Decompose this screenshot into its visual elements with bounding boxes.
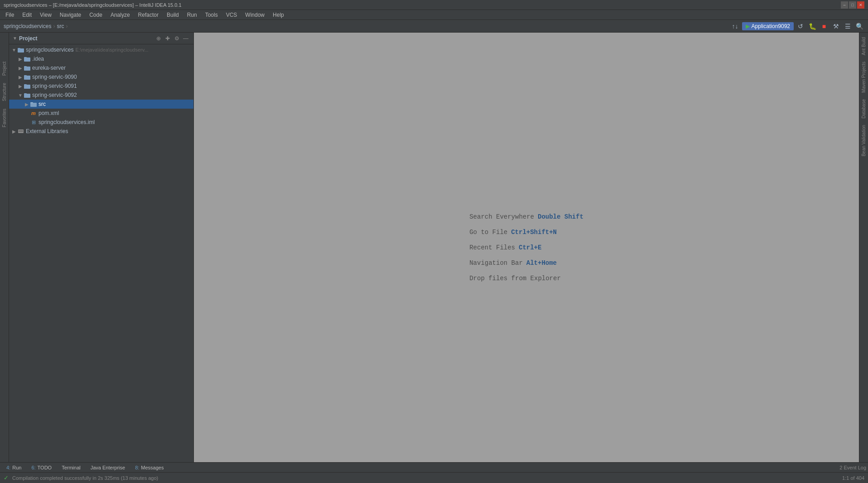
bottom-toolbar: 4:Run6:TODOTerminalJava Enterprise8:Mess… bbox=[0, 462, 868, 472]
right-tab-bean-validation[interactable]: Bean Validation bbox=[860, 122, 867, 159]
search-everywhere-icon[interactable]: 🔍 bbox=[854, 21, 864, 31]
nav-bar: springcloudservices › src › ↑↓ ▶ Applica… bbox=[0, 20, 868, 33]
close-button[interactable]: ✕ bbox=[857, 1, 864, 9]
tree-item-pom[interactable]: mpom.xml bbox=[9, 109, 193, 118]
project-dropdown-icon[interactable]: ▼ bbox=[13, 36, 17, 41]
svg-rect-9 bbox=[24, 84, 27, 85]
hint-container: Search EverywhereDouble ShiftGo to FileC… bbox=[469, 213, 583, 282]
event-log[interactable]: 2 Event Log bbox=[839, 465, 866, 470]
tree-arrow-root[interactable]: ▼ bbox=[11, 48, 17, 53]
tree-item-src[interactable]: ▶src bbox=[9, 100, 193, 109]
bottom-tab-run[interactable]: 4:Run bbox=[2, 464, 26, 471]
menu-item-build[interactable]: Build bbox=[163, 11, 183, 19]
bottom-tab-todo[interactable]: 6:TODO bbox=[27, 464, 56, 471]
vtab-favorites[interactable]: Favorites bbox=[1, 107, 8, 129]
run-config[interactable]: ▶ Application9092 bbox=[742, 22, 794, 30]
menu-item-run[interactable]: Run bbox=[183, 11, 201, 19]
nav-right: ↑↓ ▶ Application9092 ↺ 🐛 ■ ⚒ ☰ 🔍 bbox=[730, 21, 864, 31]
tab-label-1: TODO bbox=[38, 465, 52, 470]
project-tool-expand[interactable]: ✚ bbox=[164, 34, 172, 43]
menu-item-window[interactable]: Window bbox=[241, 11, 268, 19]
tree-item-idea[interactable]: ▶.idea bbox=[9, 54, 193, 63]
breadcrumb-project[interactable]: springcloudservices bbox=[4, 23, 51, 29]
settings-icon[interactable]: ☰ bbox=[843, 21, 853, 31]
maximize-button[interactable]: □ bbox=[849, 1, 856, 9]
tab-label-2: Terminal bbox=[62, 465, 81, 470]
svg-rect-7 bbox=[24, 75, 27, 76]
menu-item-code[interactable]: Code bbox=[86, 11, 106, 19]
menu-item-tools[interactable]: Tools bbox=[202, 11, 222, 19]
svg-rect-6 bbox=[24, 76, 30, 80]
breadcrumb: springcloudservices › src › bbox=[4, 23, 68, 29]
hint-text-3: Navigation Bar bbox=[469, 259, 523, 267]
tree-item-servic9091[interactable]: ▶spring-servic-9091 bbox=[9, 81, 193, 91]
right-tab-ant-build[interactable]: Ant Build bbox=[860, 34, 867, 58]
tree-arrow-servic9092[interactable]: ▼ bbox=[17, 93, 24, 98]
hint-line-1: Go to FileCtrl+Shift+N bbox=[469, 229, 557, 236]
menu-item-refactor[interactable]: Refactor bbox=[135, 11, 162, 19]
vtab-project[interactable]: Project bbox=[1, 60, 8, 77]
project-panel-header: ▼ Project ⊕ ✚ ⚙ — bbox=[9, 33, 193, 44]
project-tool-settings[interactable]: ⚙ bbox=[173, 34, 181, 43]
svg-rect-4 bbox=[24, 67, 30, 71]
tree-arrow-extlibs[interactable]: ▶ bbox=[11, 129, 17, 134]
vtab-structure[interactable]: Structure bbox=[1, 81, 8, 103]
bottom-tab-messages[interactable]: 8:Messages bbox=[130, 464, 168, 471]
tree-label-servic9090: spring-servic-9090 bbox=[32, 74, 77, 80]
svg-rect-5 bbox=[24, 66, 27, 67]
tree-arrow-eureka[interactable]: ▶ bbox=[17, 66, 24, 71]
menu-item-vcs[interactable]: VCS bbox=[222, 11, 241, 19]
right-tab-maven[interactable]: Maven Projects bbox=[860, 59, 867, 96]
tree-arrow-servic9090[interactable]: ▶ bbox=[17, 75, 24, 80]
debug-button[interactable]: 🐛 bbox=[807, 21, 817, 31]
hint-line-3: Navigation BarAlt+Home bbox=[469, 259, 557, 267]
bottom-tab-java-enterprise[interactable]: Java Enterprise bbox=[86, 464, 130, 471]
run-config-label: Application9092 bbox=[752, 23, 790, 29]
title-text: springcloudservices – [E:/mejava/idea/sp… bbox=[4, 2, 182, 8]
tree-item-servic9092[interactable]: ▼spring-servic-9092 bbox=[9, 91, 193, 100]
tree-arrow-src[interactable]: ▶ bbox=[24, 102, 30, 107]
tab-label-0: Run bbox=[12, 465, 21, 470]
stop-button[interactable]: ■ bbox=[819, 21, 829, 31]
right-sidebar: Ant Build Maven Projects Database Bean V… bbox=[859, 33, 868, 462]
tree-icon-servic9090 bbox=[24, 73, 31, 81]
bottom-tab-terminal[interactable]: Terminal bbox=[57, 464, 85, 471]
breadcrumb-src[interactable]: src bbox=[57, 23, 64, 29]
svg-rect-8 bbox=[24, 85, 30, 89]
menu-item-edit[interactable]: Edit bbox=[19, 11, 35, 19]
tree-item-iml[interactable]: ⊞springcloudservices.iml bbox=[9, 118, 193, 127]
tree-arrow-servic9091[interactable]: ▶ bbox=[17, 84, 24, 89]
svg-rect-0 bbox=[18, 48, 24, 53]
tree-item-extlibs[interactable]: ▶External Libraries bbox=[9, 127, 193, 136]
build-button[interactable]: ⚒ bbox=[831, 21, 841, 31]
project-panel: ▼ Project ⊕ ✚ ⚙ — ▼springcloudservicesE:… bbox=[9, 33, 194, 462]
svg-rect-11 bbox=[24, 93, 27, 94]
tree-label-root: springcloudservices bbox=[26, 47, 73, 53]
menu-item-help[interactable]: Help bbox=[269, 11, 288, 19]
tab-num-4: 8: bbox=[135, 465, 139, 470]
tree-label-idea: .idea bbox=[32, 56, 44, 62]
menu-item-analyze[interactable]: Analyze bbox=[107, 11, 134, 19]
hint-shortcut-1: Ctrl+Shift+N bbox=[511, 229, 557, 236]
tree-item-eureka[interactable]: ▶eureka-server bbox=[9, 63, 193, 72]
project-tools: ⊕ ✚ ⚙ — bbox=[154, 34, 190, 43]
tree-icon-src bbox=[30, 100, 37, 108]
nav-up-icon[interactable]: ↑↓ bbox=[730, 21, 740, 31]
hint-shortcut-2: Ctrl+E bbox=[519, 244, 541, 251]
tree-label-pom: pom.xml bbox=[39, 110, 59, 116]
menu-item-file[interactable]: File bbox=[2, 11, 18, 19]
tree-label-src: src bbox=[39, 101, 46, 107]
rerun-button[interactable]: ↺ bbox=[796, 21, 805, 31]
hint-text-2: Recent Files bbox=[469, 244, 515, 251]
menu-item-navigate[interactable]: Navigate bbox=[56, 11, 85, 19]
right-tab-database[interactable]: Database bbox=[860, 96, 867, 121]
minimize-button[interactable]: – bbox=[841, 1, 848, 9]
project-tool-locate[interactable]: ⊕ bbox=[154, 34, 163, 43]
tree-item-root[interactable]: ▼springcloudservicesE:\mejava\idea\sprin… bbox=[9, 45, 193, 54]
project-tool-hide[interactable]: — bbox=[182, 34, 190, 43]
menu-item-view[interactable]: View bbox=[36, 11, 55, 19]
tree-item-servic9090[interactable]: ▶spring-servic-9090 bbox=[9, 72, 193, 81]
tree-extra-root: E:\mejava\idea\springcloudserv... bbox=[75, 47, 148, 53]
tree-label-servic9091: spring-servic-9091 bbox=[32, 83, 77, 89]
tree-arrow-idea[interactable]: ▶ bbox=[17, 57, 24, 62]
